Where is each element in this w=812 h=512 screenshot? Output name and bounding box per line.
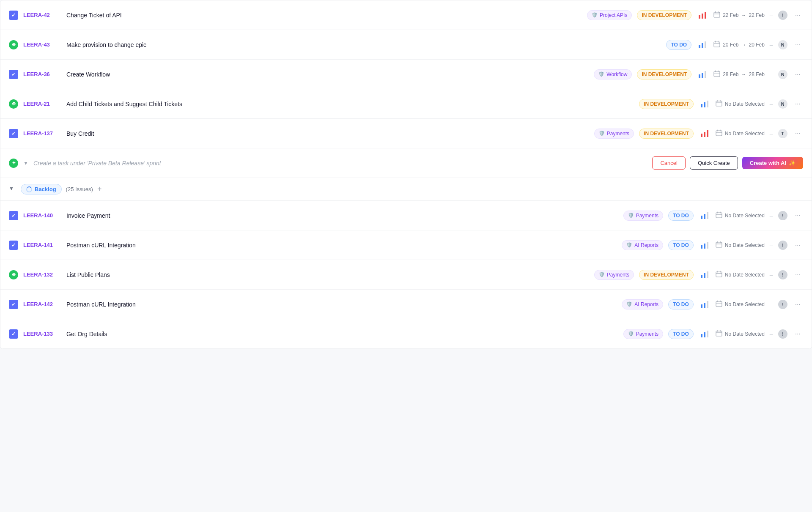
task-id[interactable]: LEERA-36 (23, 71, 61, 77)
more-options-button[interactable]: ··· (793, 129, 803, 138)
task-title: Get Org Details (66, 331, 618, 337)
svg-rect-4 (699, 45, 700, 48)
ai-sparkle-icon: ✨ (789, 160, 796, 166)
tag-label: Workflow (606, 71, 627, 77)
create-with-ai-button[interactable]: Create with AI ✨ (742, 157, 803, 169)
backlog-badge[interactable]: Backlog (21, 184, 62, 194)
svg-rect-19 (716, 131, 722, 136)
more-options-button[interactable]: ··· (793, 40, 803, 49)
tag-badge[interactable]: 🛡️ AI Reports (622, 299, 663, 309)
priority-icon[interactable] (699, 239, 710, 251)
date-end: 22 Feb (749, 12, 765, 18)
chevron-icon[interactable]: ▼ (23, 160, 28, 166)
backlog-collapse-icon[interactable]: ▼ (9, 186, 16, 193)
priority-icon[interactable] (699, 328, 710, 340)
priority-icon[interactable] (699, 128, 710, 140)
svg-rect-34 (707, 301, 708, 308)
main-container: ✓ LEERA-42 Change Ticket of API 🛡️ Proje… (0, 0, 812, 349)
tag-badge[interactable]: 🛡️ Payments (623, 211, 663, 221)
more-options-button[interactable]: ··· (793, 211, 803, 220)
date-section: 22 Feb → 22 Feb (713, 11, 765, 19)
svg-rect-12 (701, 104, 702, 107)
svg-rect-22 (707, 212, 708, 219)
status-badge[interactable]: IN DEVELOPMENT (637, 69, 691, 79)
calendar-icon (716, 330, 722, 338)
svg-rect-27 (716, 242, 722, 247)
status-badge[interactable]: TO DO (666, 40, 691, 50)
task-title: Buy Credit (66, 130, 589, 137)
tag-icon: 🛡️ (626, 242, 632, 248)
tag-badge[interactable]: 🛡️ Payments (594, 270, 634, 280)
status-badge[interactable]: IN DEVELOPMENT (639, 270, 694, 280)
priority-icon[interactable] (697, 39, 708, 51)
task-id[interactable]: LEERA-21 (23, 101, 61, 107)
svg-rect-35 (716, 301, 722, 307)
issues-count: (25 Issues) (66, 186, 93, 192)
priority-icon[interactable] (697, 9, 708, 21)
priority-icon[interactable] (699, 98, 710, 110)
task-id[interactable]: LEERA-43 (23, 41, 61, 48)
more-options-button[interactable]: ··· (793, 270, 803, 279)
tag-badge[interactable]: 🛡️ Payments (594, 129, 634, 139)
date-section: No Date Selected (716, 211, 765, 219)
status-badge[interactable]: IN DEVELOPMENT (639, 129, 694, 139)
quick-create-button[interactable]: Quick Create (690, 156, 738, 170)
task-id[interactable]: LEERA-133 (23, 331, 61, 337)
svg-rect-3 (714, 12, 720, 17)
svg-rect-24 (701, 245, 702, 249)
svg-rect-10 (705, 71, 706, 78)
task-id[interactable]: LEERA-137 (23, 130, 61, 137)
task-id[interactable]: LEERA-141 (23, 242, 61, 248)
svg-rect-17 (704, 132, 705, 137)
assignee-avatar: ! (778, 300, 787, 309)
cancel-button[interactable]: Cancel (652, 156, 685, 170)
tag-badge[interactable]: 🛡️ Payments (623, 329, 663, 339)
separator: – (770, 212, 773, 219)
task-id[interactable]: LEERA-42 (23, 12, 61, 18)
task-title: Postman cURL Integration (66, 242, 617, 249)
priority-icon[interactable] (697, 68, 708, 80)
status-badge[interactable]: IN DEVELOPMENT (639, 99, 694, 109)
svg-rect-9 (702, 73, 703, 78)
tag-icon: 🛡️ (599, 272, 605, 277)
backlog-task-list: ✓ LEERA-140 Invoice Payment 🛡️ Payments … (0, 201, 812, 349)
svg-rect-6 (705, 41, 706, 48)
status-badge[interactable]: TO DO (668, 329, 694, 339)
task-status-icon: ✓ (9, 129, 18, 138)
priority-icon[interactable] (699, 210, 710, 222)
priority-icon[interactable] (699, 298, 710, 310)
tag-label: Payments (607, 131, 629, 137)
svg-rect-33 (704, 303, 705, 308)
separator: – (770, 331, 773, 337)
date-section: No Date Selected (716, 330, 765, 338)
more-options-button[interactable]: ··· (793, 329, 803, 339)
more-options-button[interactable]: ··· (793, 300, 803, 309)
priority-icon[interactable] (699, 269, 710, 281)
svg-rect-39 (716, 331, 722, 336)
status-badge[interactable]: IN DEVELOPMENT (637, 10, 691, 20)
svg-rect-20 (701, 216, 702, 219)
tag-badge[interactable]: 🛡️ Project APIs (587, 10, 632, 20)
status-badge[interactable]: TO DO (668, 240, 694, 250)
more-options-button[interactable]: ··· (793, 11, 803, 20)
tag-icon: 🛡️ (628, 331, 634, 337)
date-start: 20 Feb (723, 42, 738, 48)
tag-label: AI Reports (634, 242, 658, 248)
status-badge[interactable]: TO DO (668, 299, 694, 309)
tag-badge[interactable]: 🛡️ AI Reports (622, 240, 663, 250)
task-id[interactable]: LEERA-140 (23, 212, 61, 219)
tag-badge[interactable]: 🛡️ Workflow (594, 69, 632, 79)
add-issue-button[interactable]: + (97, 185, 102, 194)
backlog-spinner-icon (26, 186, 32, 192)
backlog-section-header: ▼ Backlog (25 Issues) + (0, 178, 812, 201)
quick-create-row: ✦ ▼ Create a task under 'Private Beta Re… (0, 148, 812, 178)
calendar-icon (713, 11, 720, 19)
more-options-button[interactable]: ··· (793, 241, 803, 250)
svg-rect-25 (704, 244, 705, 249)
status-badge[interactable]: TO DO (668, 211, 694, 221)
task-id[interactable]: LEERA-142 (23, 301, 61, 307)
more-options-button[interactable]: ··· (793, 70, 803, 79)
task-id[interactable]: LEERA-132 (23, 271, 61, 278)
more-options-button[interactable]: ··· (793, 99, 803, 109)
assignee-avatar: T (778, 129, 787, 138)
